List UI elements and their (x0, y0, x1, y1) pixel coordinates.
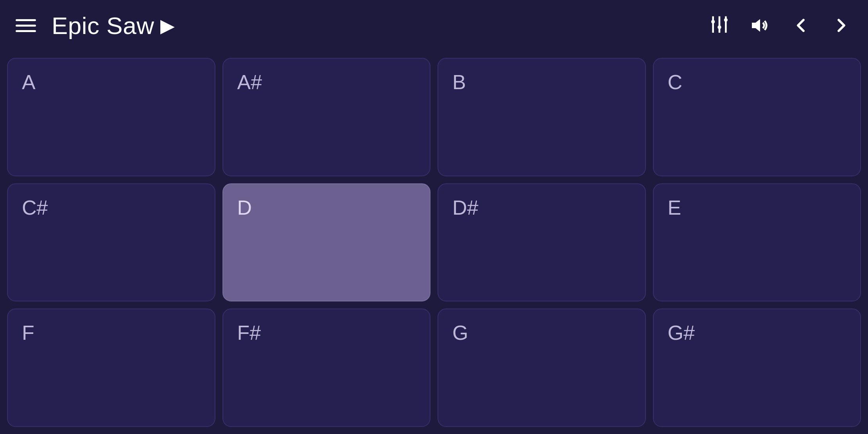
note-label-C: C (668, 70, 683, 94)
note-pad-Cs[interactable]: C# (7, 183, 215, 302)
note-label-Ds: D# (452, 196, 478, 219)
note-label-A: A (22, 70, 36, 94)
note-label-E: E (668, 196, 681, 219)
svg-marker-9 (752, 19, 760, 32)
menu-button[interactable] (16, 19, 36, 32)
note-label-F: F (22, 321, 34, 344)
note-label-G: G (452, 321, 468, 344)
note-pad-E[interactable]: E (653, 183, 861, 302)
instrument-title: Epic Saw (52, 12, 154, 39)
note-label-Gs: G# (668, 321, 695, 344)
header: Epic Saw ▶ (0, 0, 868, 51)
title-area: Epic Saw ▶ (52, 12, 175, 39)
note-pad-Gs[interactable]: G# (653, 308, 861, 427)
note-pad-B[interactable]: B (438, 58, 646, 176)
note-pad-F[interactable]: F (7, 308, 215, 427)
note-label-D: D (237, 196, 252, 219)
app-container: Epic Saw ▶ (0, 0, 868, 434)
note-pad-Fs[interactable]: F# (222, 308, 431, 427)
note-label-As: A# (237, 70, 262, 94)
title-arrow-icon[interactable]: ▶ (160, 14, 175, 36)
next-button[interactable] (830, 14, 852, 36)
note-pad-A[interactable]: A (7, 58, 215, 176)
note-pad-D[interactable]: D (222, 183, 431, 302)
note-pad-Ds[interactable]: D# (438, 183, 646, 302)
header-right (708, 14, 852, 36)
note-label-Fs: F# (237, 321, 261, 344)
header-left: Epic Saw ▶ (16, 12, 175, 39)
note-pad-As[interactable]: A# (222, 58, 431, 176)
note-pad-C[interactable]: C (653, 58, 861, 176)
note-label-B: B (452, 70, 466, 94)
note-label-Cs: C# (22, 196, 48, 219)
mixer-icon[interactable] (708, 14, 730, 36)
volume-icon[interactable] (749, 14, 771, 36)
note-pad-G[interactable]: G (438, 308, 646, 427)
prev-button[interactable] (790, 14, 812, 36)
note-grid: AA#BCC#DD#EFF#GG# (0, 51, 868, 434)
